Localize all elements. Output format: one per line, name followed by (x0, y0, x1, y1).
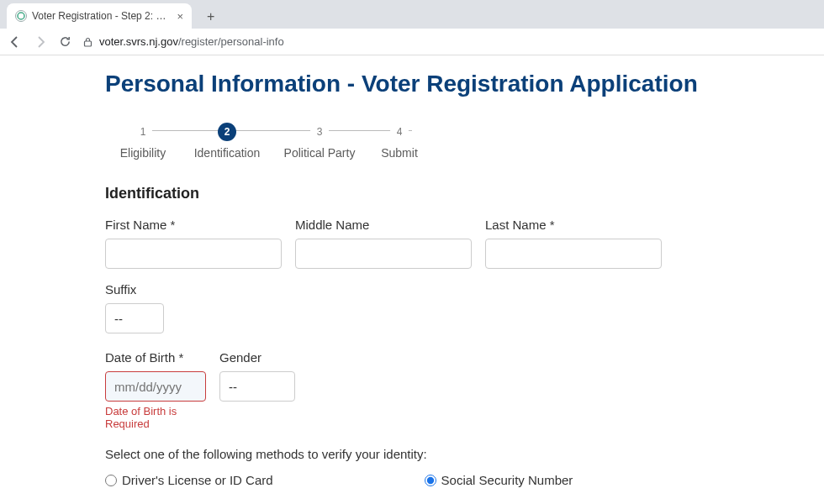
gender-select[interactable]: -- (219, 371, 295, 402)
svg-point-0 (18, 13, 24, 19)
section-title: Identification (105, 185, 719, 202)
step-submit[interactable]: 4 Submit (366, 121, 433, 160)
dob-field: Date of Birth * Date of Birth is Require… (105, 350, 206, 430)
lock-icon (83, 37, 92, 47)
verify-dl-label: Driver's License or ID Card (122, 473, 273, 487)
first-name-label: First Name * (105, 218, 282, 232)
dob-label: Date of Birth * (105, 350, 206, 365)
favicon (15, 10, 27, 22)
last-name-label: Last Name * (485, 218, 662, 232)
browser-tab[interactable]: Voter Registration - Step 2: Perso × (7, 3, 192, 29)
address-bar: voter.svrs.nj.gov/register/personal-info (0, 29, 824, 55)
page-content: Personal Information - Voter Registratio… (105, 55, 719, 504)
suffix-field: Suffix -- (105, 282, 164, 333)
forward-button[interactable] (34, 35, 47, 49)
name-row: First Name * Middle Name Last Name * Suf… (105, 218, 719, 333)
reload-button[interactable] (59, 35, 71, 48)
first-name-input[interactable] (105, 239, 282, 269)
step-eligibility[interactable]: 1 Eligibility (105, 121, 181, 160)
back-button[interactable] (8, 35, 22, 49)
step-label: Identification (194, 146, 261, 160)
tab-bar: Voter Registration - Step 2: Perso × + (0, 0, 824, 29)
url-text: voter.svrs.nj.gov/register/personal-info (99, 35, 284, 48)
browser-chrome: Voter Registration - Step 2: Perso × + v… (0, 0, 824, 55)
svg-rect-1 (85, 41, 92, 46)
step-number: 2 (218, 123, 236, 141)
step-number: 4 (390, 123, 409, 141)
middle-name-input[interactable] (295, 239, 472, 269)
verify-dl-option[interactable]: Driver's License or ID Card (105, 473, 273, 487)
first-name-field: First Name * (105, 218, 282, 269)
gender-field: Gender -- (219, 350, 295, 402)
dob-gender-row: Date of Birth * Date of Birth is Require… (105, 350, 719, 430)
step-number: 1 (134, 123, 152, 141)
middle-name-label: Middle Name (295, 218, 472, 232)
verify-ssn-radio[interactable] (425, 475, 436, 486)
verify-ssn-option[interactable]: Social Security Number (425, 473, 573, 487)
step-number: 3 (310, 123, 329, 141)
page-title: Personal Information - Voter Registratio… (105, 71, 719, 97)
step-label: Political Party (284, 146, 356, 160)
verify-instruction: Select one of the following methods to v… (105, 447, 719, 461)
suffix-select[interactable]: -- (105, 303, 164, 333)
verify-dl-radio[interactable] (105, 475, 117, 486)
tab-title: Voter Registration - Step 2: Perso (32, 10, 172, 22)
close-icon[interactable]: × (177, 10, 183, 23)
last-name-field: Last Name * (485, 218, 662, 269)
last-name-input[interactable] (485, 239, 662, 269)
gender-label: Gender (219, 350, 295, 365)
step-identification[interactable]: 2 Identification (181, 121, 273, 160)
new-tab-button[interactable]: + (200, 9, 221, 24)
suffix-label: Suffix (105, 282, 164, 297)
step-label: Submit (381, 146, 418, 160)
stepper: 1 Eligibility 2 Identification 3 Politic… (105, 121, 719, 160)
step-label: Eligibility (120, 146, 166, 160)
dob-error: Date of Birth is Required (105, 405, 206, 430)
url-field[interactable]: voter.svrs.nj.gov/register/personal-info (83, 35, 816, 48)
dob-input[interactable] (105, 371, 206, 402)
verify-ssn-label: Social Security Number (441, 473, 573, 487)
verify-method-row: Driver's License or ID Card Social Secur… (105, 473, 719, 487)
middle-name-field: Middle Name (295, 218, 472, 269)
step-political-party[interactable]: 3 Political Party (273, 121, 366, 160)
